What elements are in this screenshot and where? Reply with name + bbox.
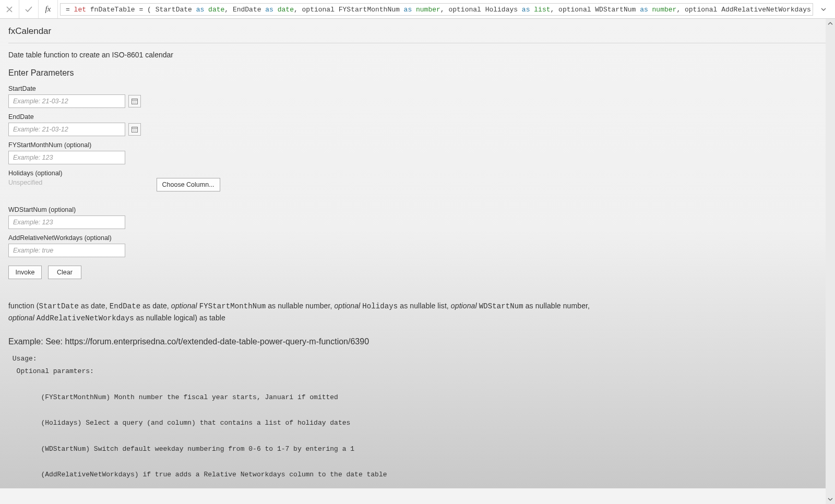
example-url: https://forum.enterprisedna.co/t/extende…	[65, 337, 369, 346]
example-link: Example: See: https://forum.enterprisedn…	[8, 337, 827, 346]
param-addrelnetworkdays: AddRelativeNetWorkdays (optional)	[8, 234, 827, 257]
content-area: fxCalendar Date table function to create…	[0, 19, 835, 488]
function-description: Date table function to create an ISO-860…	[8, 51, 827, 59]
vertical-scrollbar[interactable]	[826, 19, 835, 504]
query-name: fxCalendar	[8, 26, 827, 37]
example-prefix: Example: See:	[8, 337, 65, 346]
scroll-down-icon[interactable]	[826, 495, 835, 504]
button-row: Invoke Clear	[8, 266, 827, 279]
scroll-up-icon[interactable]	[826, 19, 835, 28]
accept-formula-button[interactable]	[19, 0, 39, 18]
enddate-input[interactable]	[8, 123, 125, 136]
addrel-label: AddRelativeNetWorkdays (optional)	[8, 234, 827, 242]
param-wdstartnum: WDStartNum (optional)	[8, 206, 827, 229]
function-signature: function (StartDate as date, EndDate as …	[8, 300, 827, 325]
startdate-input[interactable]	[8, 94, 125, 108]
enter-parameters-title: Enter Parameters	[8, 68, 827, 78]
fx-icon: fx	[39, 0, 58, 18]
wdstart-label: WDStartNum (optional)	[8, 206, 827, 213]
holidays-unspecified: Unspecified	[8, 179, 63, 186]
expand-formula-button[interactable]	[816, 6, 835, 13]
param-startdate: StartDate	[8, 85, 827, 108]
invoke-button[interactable]: Invoke	[8, 266, 42, 279]
addrel-input[interactable]	[8, 244, 125, 257]
formula-input[interactable]: = let fnDateTable = ( StartDate as date,…	[60, 3, 813, 16]
clear-button[interactable]: Clear	[48, 266, 81, 279]
calendar-icon[interactable]	[128, 95, 141, 107]
fystart-label: FYStartMonthNum (optional)	[8, 141, 827, 149]
holidays-label: Holidays (optional)	[8, 170, 63, 177]
usage-text: Usage: Optional paramters: (FYStartMonth…	[8, 353, 827, 504]
formula-prefix: =	[66, 6, 74, 14]
divider	[8, 43, 827, 43]
calendar-icon[interactable]	[128, 123, 141, 136]
cancel-formula-button[interactable]	[0, 0, 19, 18]
startdate-label: StartDate	[8, 85, 827, 92]
formula-bar: fx = let fnDateTable = ( StartDate as da…	[0, 0, 835, 19]
enddate-label: EndDate	[8, 113, 827, 121]
param-enddate: EndDate	[8, 113, 827, 136]
choose-column-button[interactable]: Choose Column...	[157, 178, 220, 191]
wdstart-input[interactable]	[8, 215, 125, 229]
param-fystartmonthnum: FYStartMonthNum (optional)	[8, 141, 827, 164]
fystart-input[interactable]	[8, 151, 125, 164]
param-holidays: Holidays (optional) Unspecified Choose C…	[8, 170, 827, 191]
